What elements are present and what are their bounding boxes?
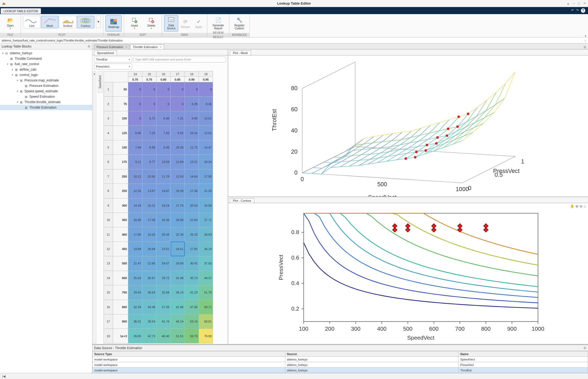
twisty-icon[interactable]: ▾ (16, 79, 19, 82)
table-cell[interactable]: 42.73 (142, 329, 157, 343)
expression-input[interactable]: Type MATLAB expression and press Enter (133, 56, 226, 62)
table-cell[interactable]: 30.42 (185, 256, 199, 271)
table-cell[interactable]: 17.95 (199, 169, 213, 184)
table-cell[interactable]: 21.47 (128, 256, 142, 271)
table-cell[interactable]: 32.94 (157, 285, 171, 300)
tree-item[interactable]: ▩Throttle Command (0, 56, 92, 61)
tree-item[interactable]: ▩Throttle Estimation (0, 105, 92, 110)
table-cell[interactable]: 18.36 (157, 213, 171, 227)
table-cell[interactable]: 30.93 (199, 227, 213, 242)
mesh-plot-axes[interactable]: ThrotEstSpeedVectPressVect02040608005001… (228, 55, 588, 197)
table-cell[interactable]: 35.73 (185, 271, 199, 285)
table-cell[interactable]: 26.89 (171, 256, 185, 271)
output-data-selector[interactable]: ThrotEst▾ (94, 56, 132, 62)
spreadsheet-table[interactable]: 1415161718190.700.750.800.850.900.951500… (104, 71, 213, 343)
window-maximize-icon[interactable]: ▢ (577, 2, 581, 5)
table-cell[interactable]: 17.08 (142, 213, 157, 227)
table-cell[interactable]: 12.61 (199, 126, 213, 140)
table-cell[interactable]: 15.11 (142, 198, 157, 213)
tree-gear-icon[interactable]: ⚙ (87, 45, 90, 48)
heatmap-button[interactable]: Heatmap (105, 15, 122, 31)
plot-line-button[interactable]: Line (23, 16, 40, 28)
table-cell[interactable]: 19.02 (142, 227, 157, 242)
table-cell[interactable]: 36.01 (128, 314, 142, 329)
twisty-icon[interactable]: ▾ (1, 52, 4, 55)
data-source-button[interactable]: 1010 Data Source (164, 15, 178, 31)
data-source-table[interactable]: Source TypeSourceNamemodel workspaceslde… (92, 351, 588, 373)
table-cell[interactable]: 11.78 (157, 169, 171, 184)
table-cell[interactable]: 9.77 (142, 155, 157, 169)
bp2-selector[interactable]: PressVect▾ (94, 64, 132, 70)
tree-item[interactable]: ▾▦Speed.speed_estimate (0, 89, 92, 94)
table-cell[interactable]: 14.07 (157, 184, 171, 198)
table-cell[interactable]: 17.38 (185, 184, 199, 198)
zoom-in-icon[interactable]: ⊕ (576, 204, 578, 208)
table-cell[interactable]: 9.11 (128, 155, 142, 169)
table-cell[interactable]: 17.88 (128, 227, 142, 242)
toolstrip-collapse-icon[interactable]: ▴ (585, 33, 586, 37)
tree-item[interactable]: ▾▦Pressure.map_estimate (0, 78, 92, 83)
table-cell[interactable]: 0 (128, 111, 142, 125)
table-cell[interactable]: 17.75 (171, 198, 185, 213)
table-cell[interactable]: 34.48 (142, 300, 157, 314)
table-row[interactable]: model workspacesldemo_fuelsysThrotEst (93, 368, 588, 373)
help-icon[interactable]: ? (581, 8, 585, 13)
insert-button[interactable]: Insert ▾ (126, 15, 143, 31)
delete-button[interactable]: Delete ▾ (143, 15, 159, 31)
twisty-icon[interactable]: ▾ (16, 101, 19, 103)
redo-icon[interactable]: ↷ (576, 8, 579, 13)
table-cell[interactable]: 51.70 (199, 285, 213, 300)
table-cell[interactable]: 7.21 (171, 111, 185, 125)
table-cell[interactable]: 14.64 (185, 169, 199, 184)
twisty-icon[interactable]: ▾ (11, 74, 14, 76)
table-cell[interactable]: 21.26 (199, 184, 213, 198)
table-cell[interactable]: 28.72 (157, 271, 171, 285)
table-cell[interactable]: 16.05 (128, 213, 142, 227)
contour-plot-axes[interactable]: 10020030040050060070080090010000.20.40.6… (228, 203, 588, 344)
apply-button[interactable]: ✔ Apply (192, 15, 205, 31)
table-cell[interactable]: 5.72 (142, 111, 157, 125)
table-cell[interactable]: 79.90 (199, 329, 213, 343)
twisty-icon[interactable]: ▸ (11, 68, 14, 71)
table-cell[interactable]: 6.38 (157, 111, 171, 125)
window-up-icon[interactable]: ▲ (566, 2, 570, 5)
table-row[interactable]: model workspacesldemo_fuelsysSpeedVect (93, 357, 588, 362)
table-cell[interactable]: 7.23 (142, 126, 157, 140)
table-cell[interactable]: 22.85 (142, 256, 157, 271)
tree-item[interactable]: ▩Speed Estimation (0, 94, 92, 99)
close-icon[interactable]: × (126, 46, 127, 49)
tab-throttle-estimation[interactable]: Throttle Estimation × (130, 45, 164, 49)
close-icon[interactable]: × (160, 46, 162, 49)
table-cell[interactable]: 10.61 (199, 111, 213, 125)
table-cell[interactable]: 10.58 (157, 155, 171, 169)
table-cell[interactable]: 14.19 (128, 198, 142, 213)
model-path[interactable]: sldemo_fuelsys/fuel_rate_control/control… (2, 39, 123, 42)
table-cell[interactable]: 37.26 (157, 300, 171, 314)
window-minimize-icon[interactable]: ─ (572, 2, 576, 5)
table-cell[interactable]: 0 (157, 97, 171, 111)
table-cell[interactable]: 44.37 (199, 271, 213, 285)
tree-item[interactable]: ▾▤sldemo_fuelsys (0, 50, 92, 56)
table-cell[interactable]: 39.85 (128, 329, 142, 343)
tree-item[interactable]: ▾▦control_logic (0, 72, 92, 78)
table-cell[interactable]: 22.64 (185, 213, 199, 227)
tree[interactable]: ▾▤sldemo_fuelsys▩Throttle Command▾▦fuel_… (0, 49, 92, 373)
table-cell[interactable]: 24.61 (171, 242, 185, 256)
table-cell[interactable]: 26.67 (142, 271, 157, 285)
ribbon-tab-lookup[interactable]: LOOKUP TABLE EDITOR (1, 8, 41, 14)
table-cell[interactable]: 41.23 (185, 285, 199, 300)
datasource-gear-icon[interactable]: ⚙ (583, 346, 586, 350)
table-cell[interactable]: 25.03 (128, 271, 142, 285)
table-cell[interactable]: 30.54 (142, 285, 157, 300)
table-cell[interactable]: 0 (128, 97, 142, 111)
register-custom-button[interactable]: 🔧 Register Custom (232, 15, 247, 31)
table-cell[interactable]: 11.72 (185, 140, 199, 154)
bp1-label[interactable]: SpeedVect (98, 71, 102, 93)
table-cell[interactable]: 8.36 (199, 97, 213, 111)
open-button[interactable]: 📂 Open ▾ (2, 15, 18, 31)
table-cell[interactable]: 41.74 (157, 314, 171, 329)
table-cell[interactable]: 59.79 (185, 329, 199, 343)
generate-report-button[interactable]: 📄 Generate Report (209, 15, 227, 31)
table-cell[interactable]: 20.06 (171, 213, 185, 227)
table-cell[interactable]: 9.30 (157, 140, 171, 154)
